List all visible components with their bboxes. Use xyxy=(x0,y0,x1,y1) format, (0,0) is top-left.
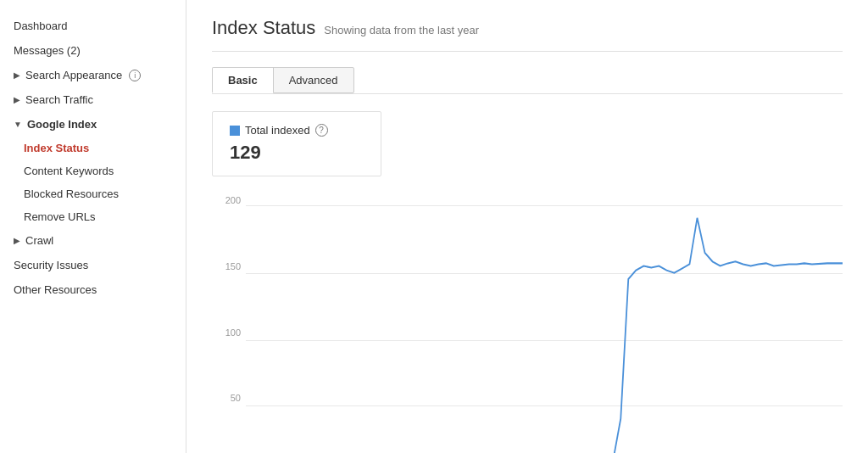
collapsed-arrow-icon: ▶ xyxy=(14,236,20,245)
page-subtitle: Showing data from the last year xyxy=(324,24,479,36)
main-content: Index Status Showing data from the last … xyxy=(186,0,868,453)
sidebar-item-label: Search Traffic xyxy=(25,93,93,106)
chart-svg xyxy=(246,192,843,453)
sidebar-item-label: Search Appearance xyxy=(25,69,122,81)
help-icon[interactable]: ? xyxy=(315,124,328,137)
sidebar-item-label: Index Status xyxy=(24,142,89,154)
tab-basic[interactable]: Basic xyxy=(212,67,274,93)
sidebar-item-security-issues[interactable]: Security Issues xyxy=(0,253,186,277)
stat-value: 129 xyxy=(230,142,364,164)
sidebar-item-content-keywords[interactable]: Content Keywords xyxy=(0,159,186,182)
chart-y-labels: 200 150 100 50 xyxy=(212,192,246,453)
sidebar-item-blocked-resources[interactable]: Blocked Resources xyxy=(0,182,186,205)
sidebar-item-label: Other Resources xyxy=(14,283,97,296)
y-label-150: 150 xyxy=(212,261,246,271)
stat-label: Total indexed ? xyxy=(230,124,364,137)
y-label-100: 100 xyxy=(212,327,246,338)
sidebar-item-remove-urls[interactable]: Remove URLs xyxy=(0,205,186,228)
sidebar-item-label: Content Keywords xyxy=(24,165,114,177)
stat-label-text: Total indexed xyxy=(245,124,310,137)
sidebar-item-search-appearance[interactable]: ▶ Search Appearance i xyxy=(0,63,186,87)
sidebar-item-other-resources[interactable]: Other Resources xyxy=(0,277,186,302)
collapsed-arrow-icon: ▶ xyxy=(14,70,20,80)
sidebar-item-label: Messages (2) xyxy=(14,44,81,57)
sidebar-item-label: Remove URLs xyxy=(24,210,96,223)
collapsed-arrow-icon: ▶ xyxy=(14,95,20,104)
sidebar-item-label: Dashboard xyxy=(14,20,68,32)
page-header: Index Status Showing data from the last … xyxy=(212,17,843,52)
sidebar-item-messages[interactable]: Messages (2) xyxy=(0,38,186,63)
sidebar-item-crawl[interactable]: ▶ Crawl xyxy=(0,228,186,253)
sidebar-item-label: Blocked Resources xyxy=(24,187,119,200)
chart-area xyxy=(246,192,843,453)
sidebar: Dashboard Messages (2) ▶ Search Appearan… xyxy=(0,0,186,453)
tab-advanced[interactable]: Advanced xyxy=(273,67,354,93)
sidebar-item-dashboard[interactable]: Dashboard xyxy=(0,14,186,38)
stat-card: Total indexed ? 129 xyxy=(212,111,381,176)
sidebar-item-label: Crawl xyxy=(25,234,53,247)
y-label-50: 50 xyxy=(212,393,246,403)
expanded-arrow-icon: ▼ xyxy=(14,120,22,129)
page-title: Index Status xyxy=(212,17,315,39)
tab-bar: Basic Advanced xyxy=(212,67,843,94)
sidebar-item-index-status[interactable]: Index Status xyxy=(0,137,186,159)
sidebar-item-google-index[interactable]: ▼ Google Index xyxy=(0,112,186,137)
sidebar-item-label: Google Index xyxy=(27,118,97,131)
sidebar-item-search-traffic[interactable]: ▶ Search Traffic xyxy=(0,87,186,112)
y-label-200: 200 xyxy=(212,195,246,205)
sidebar-item-label: Security Issues xyxy=(14,259,88,271)
chart-line xyxy=(246,218,843,453)
chart-container: 200 150 100 50 xyxy=(212,192,843,453)
stat-color-indicator xyxy=(230,126,240,136)
info-icon[interactable]: i xyxy=(129,70,141,81)
